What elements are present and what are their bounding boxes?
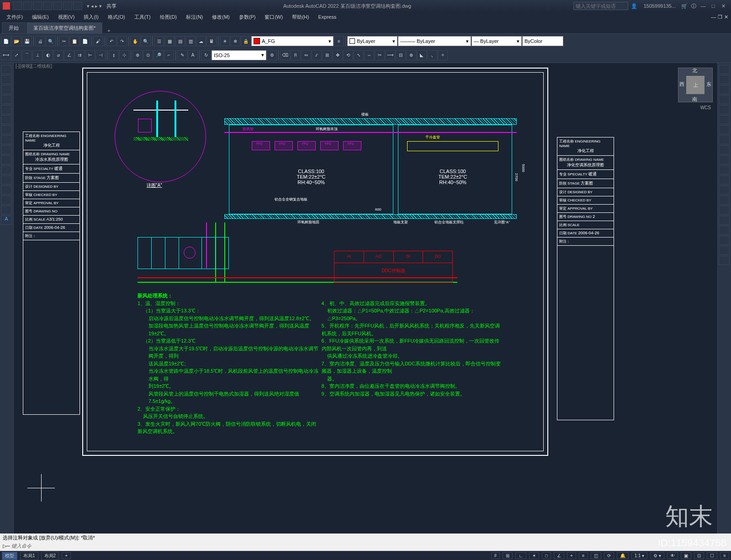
- tool-new-icon[interactable]: 📄: [1, 36, 11, 46]
- share-button[interactable]: 共享: [106, 3, 117, 10]
- draw-gradient-icon[interactable]: [1, 175, 12, 185]
- osnap-par-icon[interactable]: [719, 206, 730, 215]
- tab-model[interactable]: 模型: [2, 552, 17, 560]
- dim-radial-icon[interactable]: ◐: [43, 50, 53, 60]
- mod-erase-icon[interactable]: ⌫: [280, 50, 290, 60]
- user-name[interactable]: 1505999135...: [644, 3, 676, 9]
- draw-polyline-icon[interactable]: [1, 75, 12, 84]
- dim-diam-icon[interactable]: ⌀: [53, 50, 64, 60]
- mod-fillet-icon[interactable]: ◟: [427, 50, 437, 60]
- menu-insert[interactable]: 插入(I): [80, 13, 102, 21]
- tab-new-button[interactable]: +: [103, 28, 114, 33]
- menu-edit[interactable]: 编辑(E): [28, 13, 53, 21]
- status-ws-icon[interactable]: ⚙ ▾: [650, 552, 664, 559]
- nav-full-icon[interactable]: [719, 65, 730, 74]
- close-button[interactable]: ✕: [718, 2, 728, 10]
- tool-plot-icon[interactable]: 🖨: [35, 36, 45, 46]
- status-transp-icon[interactable]: ◫: [591, 552, 601, 559]
- status-monitor-icon[interactable]: 👁: [667, 552, 678, 559]
- nav-pan-icon[interactable]: [719, 85, 730, 94]
- draw-polygon-icon[interactable]: [1, 85, 12, 94]
- tab-drawing[interactable]: 某百级洁净室空调结构套图*: [26, 22, 102, 33]
- command-line[interactable]: 选择注释对象或 [放弃(U)/模式(M)]: *取消* ▷─ 键入命令: [0, 534, 731, 551]
- osnap-int-icon[interactable]: [719, 145, 730, 154]
- mod-join-icon[interactable]: ⊕: [406, 50, 416, 60]
- nav-steering-icon[interactable]: [719, 75, 730, 84]
- dim-continue-icon[interactable]: ⊣: [95, 50, 106, 60]
- nav-show-icon[interactable]: [719, 115, 730, 124]
- tool-save-icon[interactable]: 💾: [22, 36, 32, 46]
- osnap-end-icon[interactable]: [719, 125, 730, 134]
- mod-break-icon[interactable]: ⊟: [396, 50, 406, 60]
- layer-freeze-icon[interactable]: ❄: [230, 36, 240, 46]
- qat-undo-icon[interactable]: [63, 2, 72, 10]
- menu-file[interactable]: 文件(F): [3, 13, 26, 21]
- osnap-nea-icon[interactable]: [719, 236, 730, 245]
- tool-cut-icon[interactable]: ✂: [59, 36, 69, 46]
- tool-copy-icon[interactable]: 📋: [69, 36, 79, 46]
- osnap-ins-icon[interactable]: [719, 216, 730, 225]
- status-anno-icon[interactable]: 🔔: [617, 552, 629, 559]
- osnap-qua-icon[interactable]: [719, 175, 730, 185]
- draw-hatch-icon[interactable]: [1, 165, 12, 174]
- mod-stretch-icon[interactable]: ↔: [364, 50, 374, 60]
- tool-preview-icon[interactable]: 🔍: [46, 36, 56, 46]
- menu-modify[interactable]: 修改(M): [208, 13, 233, 21]
- tab-layout1[interactable]: 布局1: [20, 552, 38, 560]
- status-osnap-icon[interactable]: □: [542, 552, 551, 559]
- tool-undo-icon[interactable]: ↶: [106, 36, 117, 46]
- qat-save-icon[interactable]: [33, 2, 42, 10]
- tab-add-icon[interactable]: +: [62, 552, 71, 559]
- status-snap-icon[interactable]: ⊞: [503, 552, 513, 559]
- mod-scale-icon[interactable]: ⤡: [354, 50, 364, 60]
- draw-region-icon[interactable]: [1, 185, 12, 195]
- mod-rotate-icon[interactable]: ⟲: [343, 50, 353, 60]
- mod-extend-icon[interactable]: ⟶: [385, 50, 395, 60]
- wcs-label[interactable]: WCS: [700, 105, 711, 110]
- osnap-per-icon[interactable]: [719, 195, 730, 205]
- tool-markup-icon[interactable]: ☁: [196, 36, 206, 46]
- osnap-tan-icon[interactable]: [719, 185, 730, 195]
- status-ortho-icon[interactable]: ∟: [515, 552, 526, 559]
- menu-tools[interactable]: 工具(T): [131, 13, 154, 21]
- osnap-non-icon[interactable]: [719, 246, 730, 255]
- osnap-set-icon[interactable]: [719, 256, 730, 265]
- dim-linear-icon[interactable]: ⟷: [1, 50, 11, 60]
- mod-offset-icon[interactable]: ⫽: [312, 50, 322, 60]
- tool-paste-icon[interactable]: 📄: [80, 36, 90, 46]
- tool-qcalc-icon[interactable]: 🖩: [207, 36, 217, 46]
- draw-block-icon[interactable]: [1, 145, 12, 154]
- tool-match-icon[interactable]: 🖌: [93, 36, 103, 46]
- layer-lock-icon[interactable]: 🔒: [241, 36, 251, 46]
- nav-zoom-icon[interactable]: [719, 95, 730, 104]
- tolerance-icon[interactable]: ⊕: [132, 50, 143, 60]
- dim-aligned-icon[interactable]: ⤢: [11, 50, 21, 60]
- draw-text-icon[interactable]: A: [1, 216, 12, 225]
- tool-ssm-icon[interactable]: ▥: [185, 36, 196, 46]
- qat-open-icon[interactable]: [23, 2, 32, 10]
- view-cube[interactable]: 北 南 东 西 上: [678, 68, 713, 102]
- menu-dimension[interactable]: 标注(N): [182, 13, 207, 21]
- doc-restore-button[interactable]: ❐: [718, 14, 722, 20]
- osnap-cen-icon[interactable]: [719, 165, 730, 174]
- status-clean-icon[interactable]: ☐: [707, 552, 717, 559]
- tool-redo-icon[interactable]: ↷: [117, 36, 127, 46]
- status-hw-icon[interactable]: ⊡: [694, 552, 704, 559]
- doc-minimize-button[interactable]: —: [711, 14, 716, 20]
- draw-line-icon[interactable]: [1, 65, 12, 74]
- help-search-input[interactable]: [573, 2, 628, 10]
- dim-break-icon[interactable]: ⊹: [119, 50, 129, 60]
- qat-saveas-icon[interactable]: [43, 2, 52, 10]
- tab-layout2[interactable]: 布局2: [41, 552, 59, 560]
- status-grid-icon[interactable]: #: [491, 552, 500, 559]
- dim-angular-icon[interactable]: ∠: [64, 50, 74, 60]
- draw-table-icon[interactable]: [1, 195, 12, 205]
- minimize-button[interactable]: —: [698, 2, 708, 10]
- dim-space-icon[interactable]: ⫿: [109, 50, 119, 60]
- mod-trim-icon[interactable]: ✂: [375, 50, 385, 60]
- layer-combo[interactable]: A_FG ▾: [251, 36, 334, 46]
- tool-tp-icon[interactable]: ▤: [175, 36, 185, 46]
- draw-point-icon[interactable]: [1, 155, 12, 164]
- layer-state-icon[interactable]: ☀: [220, 36, 230, 46]
- mod-chamfer-icon[interactable]: ◣: [417, 50, 427, 60]
